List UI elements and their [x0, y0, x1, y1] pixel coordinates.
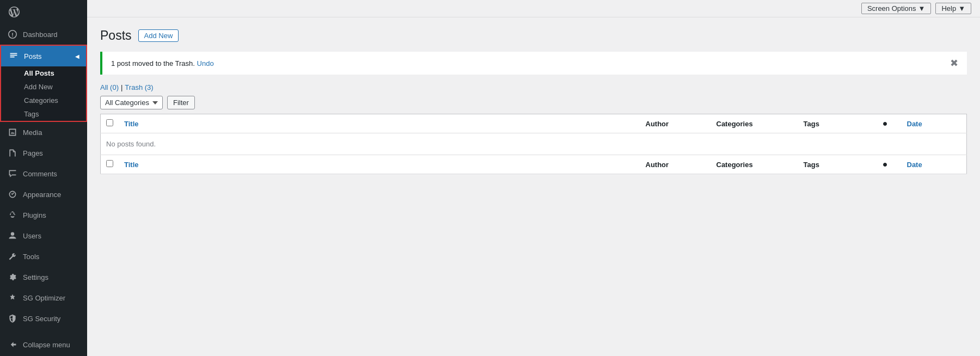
screen-options-button[interactable]: Screen Options ▼ — [861, 3, 931, 14]
col-header-checkbox — [101, 114, 119, 133]
main-content: Screen Options ▼ Help ▼ Posts Add New 1 … — [87, 0, 980, 356]
footer-col-date: Date — [902, 155, 967, 174]
help-chevron-icon: ▼ — [958, 4, 965, 13]
comments-icon — [7, 168, 19, 180]
submenu-categories[interactable]: Categories — [1, 94, 86, 107]
settings-icon — [7, 271, 19, 283]
footer-col-title: Title — [119, 155, 640, 174]
sidebar-item-media[interactable]: Media — [0, 122, 87, 143]
filter-bar: All Categories Filter — [100, 96, 967, 109]
no-posts-row: No posts found. — [101, 133, 967, 155]
sidebar-posts-section: Posts ◀ All Posts Add New Categories Tag… — [0, 45, 87, 122]
select-all-checkbox[interactable] — [106, 119, 113, 126]
screen-options-chevron-icon: ▼ — [918, 4, 926, 13]
filter-separator: | — [121, 83, 122, 91]
sg-security-icon — [7, 312, 19, 324]
undo-link[interactable]: Undo — [197, 59, 214, 67]
sidebar-item-posts[interactable]: Posts ◀ — [1, 46, 86, 66]
footer-title-sort-link[interactable]: Title — [124, 161, 139, 169]
select-all-footer-checkbox[interactable] — [106, 160, 113, 167]
notice-text: 1 post moved to the Trash. — [111, 59, 195, 67]
sidebar-item-sg-optimizer[interactable]: SG Optimizer — [0, 287, 87, 308]
content-area: Posts Add New 1 post moved to the Trash.… — [87, 17, 980, 356]
posts-submenu: All Posts Add New Categories Tags — [1, 66, 86, 121]
filter-button[interactable]: Filter — [167, 96, 195, 109]
media-icon — [7, 126, 19, 138]
posts-table: Title Author Categories Tags ● Date No p… — [100, 114, 967, 174]
screen-options-label: Screen Options — [867, 4, 916, 13]
sidebar-item-users-label: Users — [23, 232, 41, 240]
notice-close-button[interactable]: ✖ — [950, 57, 958, 69]
footer-date-sort-link[interactable]: Date — [907, 161, 922, 169]
table-header-row: Title Author Categories Tags ● Date — [101, 114, 967, 133]
sidebar: Dashboard Posts ◀ All Posts Add New Cate… — [0, 0, 87, 356]
sidebar-item-settings[interactable]: Settings — [0, 267, 87, 287]
no-posts-message: No posts found. — [101, 133, 967, 155]
footer-col-tags: Tags — [798, 155, 869, 174]
footer-col-checkbox — [101, 155, 119, 174]
sidebar-item-sg-optimizer-label: SG Optimizer — [23, 294, 65, 302]
col-header-date: Date — [902, 114, 967, 133]
sidebar-item-sg-security-label: SG Security — [23, 315, 60, 323]
sidebar-item-pages-label: Pages — [23, 149, 43, 157]
all-label: All — [100, 83, 108, 91]
submenu-tags[interactable]: Tags — [1, 107, 86, 121]
users-icon — [7, 230, 19, 242]
collapse-menu[interactable]: Collapse menu — [0, 333, 87, 356]
col-header-author: Author — [640, 114, 711, 133]
trash-label: Trash — [125, 83, 143, 91]
col-header-title: Title — [119, 114, 640, 133]
notice-bar: 1 post moved to the Trash. Undo ✖ — [100, 52, 967, 75]
sidebar-item-posts-label: Posts — [24, 52, 42, 60]
sidebar-item-pages[interactable]: Pages — [0, 143, 87, 163]
sg-optimizer-icon — [7, 292, 19, 304]
table-footer-row: Title Author Categories Tags ● Date — [101, 155, 967, 174]
title-sort-link[interactable]: Title — [124, 120, 139, 128]
col-header-categories: Categories — [711, 114, 798, 133]
collapse-icon — [7, 339, 19, 351]
category-select[interactable]: All Categories — [100, 96, 163, 109]
wordpress-logo-icon — [9, 7, 20, 17]
sidebar-item-comments-label: Comments — [23, 170, 57, 178]
sidebar-item-media-label: Media — [23, 128, 42, 137]
footer-col-comments: ● — [869, 155, 902, 174]
trash-filter-link[interactable]: Trash (3) — [125, 83, 153, 91]
sidebar-item-settings-label: Settings — [23, 273, 48, 281]
dashboard-icon — [7, 28, 19, 40]
all-count: (0) — [110, 83, 119, 91]
sidebar-item-plugins[interactable]: Plugins — [0, 205, 87, 225]
footer-col-author: Author — [640, 155, 711, 174]
sidebar-item-comments[interactable]: Comments — [0, 163, 87, 184]
sidebar-item-tools[interactable]: Tools — [0, 246, 87, 267]
topbar: Screen Options ▼ Help ▼ — [87, 0, 980, 17]
all-posts-filter-link[interactable]: All (0) — [100, 83, 119, 91]
sidebar-item-appearance-label: Appearance — [23, 191, 61, 199]
page-header: Posts Add New — [100, 28, 967, 43]
date-sort-link[interactable]: Date — [907, 120, 922, 128]
filter-links: All (0) | Trash (3) — [100, 83, 967, 91]
footer-col-categories: Categories — [711, 155, 798, 174]
help-label: Help — [941, 4, 956, 13]
add-new-button[interactable]: Add New — [138, 29, 179, 42]
sidebar-logo[interactable] — [0, 0, 87, 24]
footer-comments-icon: ● — [883, 159, 888, 169]
help-button[interactable]: Help ▼ — [935, 3, 971, 14]
sidebar-item-sg-security[interactable]: SG Security — [0, 308, 87, 329]
sidebar-item-plugins-label: Plugins — [23, 211, 46, 219]
col-header-comments: ● — [869, 114, 902, 133]
submenu-add-new[interactable]: Add New — [1, 80, 86, 94]
sidebar-item-appearance[interactable]: Appearance — [0, 184, 87, 205]
collapse-menu-label: Collapse menu — [23, 341, 70, 349]
pages-icon — [7, 147, 19, 159]
sidebar-item-users[interactable]: Users — [0, 225, 87, 246]
posts-arrow-icon: ◀ — [75, 53, 79, 59]
submenu-all-posts[interactable]: All Posts — [1, 66, 86, 80]
posts-icon — [8, 50, 20, 62]
plugins-icon — [7, 209, 19, 221]
sidebar-item-dashboard[interactable]: Dashboard — [0, 24, 87, 45]
tools-icon — [7, 250, 19, 262]
comments-header-icon: ● — [883, 119, 888, 128]
col-header-tags: Tags — [798, 114, 869, 133]
notice-message: 1 post moved to the Trash. Undo — [111, 59, 214, 67]
sidebar-item-tools-label: Tools — [23, 253, 39, 261]
